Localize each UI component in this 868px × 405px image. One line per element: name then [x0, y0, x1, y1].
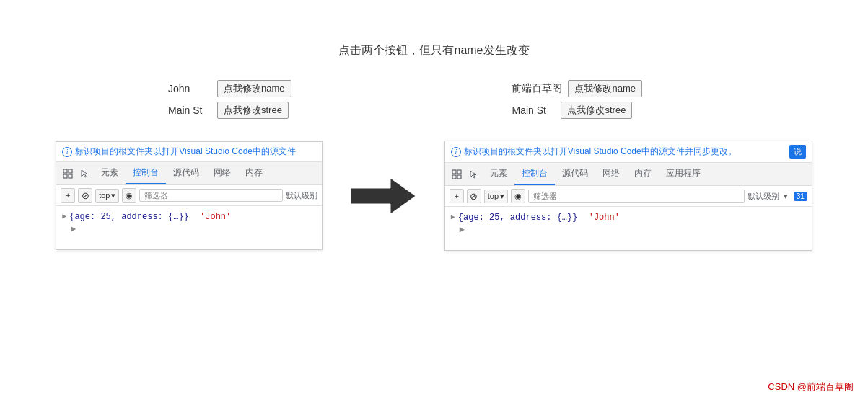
svg-rect-8 — [457, 175, 461, 179]
arrow-container — [347, 178, 419, 214]
right-filter-input[interactable] — [528, 190, 745, 202]
left-address-button[interactable]: 点我修改stree — [217, 102, 289, 119]
right-info-icon: i — [451, 147, 461, 157]
page-title: 点击两个按钮，但只有name发生改变 — [0, 0, 868, 58]
right-toolbar: + ⊘ top ▾ ◉ 默认级别 ▾ 31 — [445, 186, 812, 207]
csdn-watermark: CSDN @前端百草阁 — [768, 380, 854, 393]
left-indent-arrow-icon: ▶ — [71, 224, 76, 234]
left-console-indent: ▶ — [62, 223, 316, 234]
right-tab-network[interactable]: 网络 — [595, 163, 627, 185]
left-add-btn[interactable]: + — [61, 188, 75, 202]
right-console-content: ▶ {age: 25, address: {…}} 'John' ▶ — [445, 207, 812, 250]
right-eye-btn[interactable]: ◉ — [511, 189, 525, 203]
left-name-label: John — [168, 83, 211, 94]
devtools-section: i 标识项目的根文件夹以打开Visual Studio Code中的源文件 元素… — [0, 141, 868, 251]
right-link-button[interactable]: 说 — [789, 145, 806, 159]
right-tab-memory[interactable]: 内存 — [627, 163, 659, 185]
right-name-label: 前端百草阁 — [512, 82, 562, 95]
left-name-button[interactable]: 点我修改name — [217, 80, 291, 97]
svg-rect-1 — [69, 169, 72, 173]
left-tab-console[interactable]: 控制台 — [126, 162, 166, 184]
right-demo-panel: 前端百草阁 点我修改name Main St 点我修改stree — [512, 80, 642, 119]
right-tab-application[interactable]: 应用程序 — [659, 163, 708, 185]
left-console-row: ▶ {age: 25, address: {…}} 'John' — [62, 210, 316, 223]
right-tab-sources[interactable]: 源代码 — [555, 163, 595, 185]
svg-rect-0 — [63, 169, 67, 173]
right-name-button[interactable]: 点我修改name — [568, 80, 642, 97]
left-eye-btn[interactable]: ◉ — [122, 188, 136, 202]
left-inspect-icon[interactable] — [59, 165, 76, 182]
left-cursor-icon[interactable] — [76, 165, 94, 182]
left-info-icon: i — [62, 147, 72, 157]
right-level-label: 默认级别 — [748, 191, 779, 202]
right-arrow-icon — [351, 178, 416, 214]
right-name-row: 前端百草阁 点我修改name — [512, 80, 642, 97]
right-inspect-icon[interactable] — [448, 166, 465, 183]
right-devtools-tabs: 元素 控制台 源代码 网络 内存 应用程序 — [445, 163, 812, 186]
right-address-label: Main St — [512, 104, 555, 116]
left-dropdown-chevron-icon: ▾ — [111, 191, 115, 200]
right-obj-value: {age: 25, address: {…}} — [458, 213, 578, 223]
right-dropdown-chevron-icon: ▾ — [500, 192, 504, 201]
right-top-dropdown[interactable]: top ▾ — [484, 190, 508, 203]
left-level-label: 默认级别 — [286, 190, 317, 201]
right-console-indent: ▶ — [451, 224, 806, 235]
left-devtools-tabs: 元素 控制台 源代码 网络 内存 — [56, 162, 322, 185]
svg-rect-3 — [69, 174, 72, 178]
svg-rect-7 — [452, 175, 456, 179]
right-info-bar: i 标识项目的根文件夹以打开Visual Studio Code中的源文件并同步… — [445, 141, 812, 163]
left-console-content: ▶ {age: 25, address: {…}} 'John' ▶ — [56, 206, 322, 249]
right-address-row: Main St 点我修改stree — [512, 102, 642, 119]
right-expand-icon[interactable]: ▶ — [451, 213, 455, 221]
right-badge: 31 — [794, 192, 807, 201]
left-toolbar: + ⊘ top ▾ ◉ 默认级别 — [56, 185, 322, 206]
left-obj-value: {age: 25, address: {…}} — [69, 212, 189, 222]
left-address-label: Main St — [168, 104, 211, 116]
right-block-btn[interactable]: ⊘ — [467, 189, 481, 203]
right-tab-console[interactable]: 控制台 — [514, 163, 555, 185]
right-add-btn[interactable]: + — [450, 189, 464, 203]
left-filter-input[interactable] — [139, 189, 283, 202]
right-info-text: 标识项目的根文件夹以打开Visual Studio Code中的源文件并同步更改… — [464, 146, 737, 158]
left-block-btn[interactable]: ⊘ — [78, 188, 92, 202]
right-console-row: ▶ {age: 25, address: {…}} 'John' — [451, 211, 806, 224]
svg-rect-6 — [457, 170, 461, 174]
left-top-label: top — [99, 191, 110, 200]
left-name-row: John 点我修改name — [168, 80, 291, 97]
left-tab-sources[interactable]: 源代码 — [166, 162, 206, 184]
left-info-bar: i 标识项目的根文件夹以打开Visual Studio Code中的源文件 — [56, 142, 322, 162]
svg-rect-5 — [452, 170, 456, 174]
left-devtools-panel: i 标识项目的根文件夹以打开Visual Studio Code中的源文件 元素… — [56, 141, 323, 250]
left-expand-icon[interactable]: ▶ — [62, 212, 66, 221]
right-str-value: 'John' — [589, 213, 620, 223]
right-cursor-icon[interactable] — [465, 166, 483, 183]
left-tab-memory[interactable]: 内存 — [238, 162, 270, 184]
right-top-label: top — [488, 192, 499, 200]
right-tab-elements[interactable]: 元素 — [483, 163, 514, 185]
left-info-text: 标识项目的根文件夹以打开Visual Studio Code中的源文件 — [75, 146, 296, 158]
left-tab-elements[interactable]: 元素 — [94, 162, 126, 184]
right-address-button[interactable]: 点我修改stree — [561, 102, 632, 119]
right-devtools-panel: i 标识项目的根文件夹以打开Visual Studio Code中的源文件并同步… — [444, 141, 812, 251]
svg-rect-2 — [63, 174, 67, 178]
left-demo-panel: John 点我修改name Main St 点我修改stree — [168, 80, 291, 119]
left-tab-network[interactable]: 网络 — [206, 162, 238, 184]
svg-marker-4 — [351, 178, 416, 214]
left-top-dropdown[interactable]: top ▾ — [95, 189, 119, 202]
left-str-value: 'John' — [200, 212, 231, 222]
right-indent-arrow-icon: ▶ — [460, 225, 465, 235]
left-address-row: Main St 点我修改stree — [168, 102, 291, 119]
demo-panels: John 点我修改name Main St 点我修改stree 前端百草阁 点我… — [0, 80, 868, 119]
